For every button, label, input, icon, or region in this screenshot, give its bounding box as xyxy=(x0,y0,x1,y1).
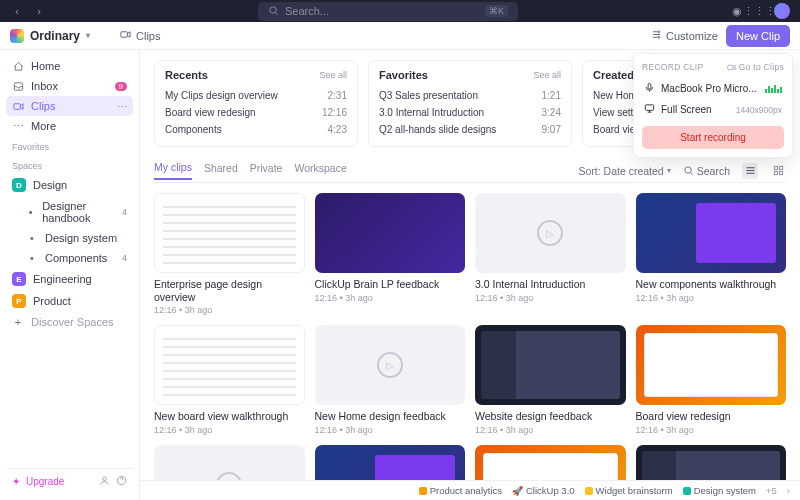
clip-card[interactable]: New board view walkthrough12:16 • 3h ago xyxy=(154,325,305,435)
clip-meta: 12:16 • 3h ago xyxy=(315,293,466,303)
list-item[interactable]: Q3 Sales presentation1:21 xyxy=(379,87,561,104)
panel-created: Created by me New Home dView settingBoar… xyxy=(582,60,786,147)
clip-card[interactable]: ▷New Home design feedback12:16 • 3h ago xyxy=(315,325,466,435)
grid-view-button[interactable] xyxy=(770,163,786,179)
clip-card[interactable]: New components walkthrough12:16 • 3h ago xyxy=(636,193,787,315)
upgrade-button[interactable]: Upgrade xyxy=(26,476,64,487)
back-icon[interactable]: ‹ xyxy=(10,4,24,18)
option-label: Full Screen xyxy=(661,104,712,115)
sidebar-item-label: Design system xyxy=(45,232,117,244)
item-duration: 3:24 xyxy=(542,107,561,118)
discover-spaces-button[interactable]: +Discover Spaces xyxy=(6,312,133,332)
sidebar-item-home[interactable]: Home xyxy=(6,56,133,76)
more-icon[interactable]: ⋯ xyxy=(117,101,127,112)
svg-rect-9 xyxy=(645,105,653,111)
clip-thumbnail xyxy=(636,325,787,405)
clip-title: Enterprise page design overview xyxy=(154,278,305,303)
list-view-button[interactable] xyxy=(742,163,758,179)
avatar[interactable] xyxy=(774,3,790,19)
item-duration: 12:16 xyxy=(322,107,347,118)
see-all-link[interactable]: See all xyxy=(319,70,347,80)
list-item[interactable]: My Clips design overview2:31 xyxy=(165,87,347,104)
status-item[interactable]: Widget brainstorm xyxy=(585,485,673,496)
clip-card[interactable]: ClickUp Brain LP feedback12:16 • 3h ago xyxy=(315,193,466,315)
clip-thumbnail xyxy=(154,193,305,273)
chevron-right-icon[interactable]: › xyxy=(787,485,790,496)
clip-card[interactable]: ▷3.0 Internal Intruduction12:16 • 3h ago xyxy=(475,193,626,315)
item-title: Board view redesign xyxy=(165,107,256,118)
status-icon xyxy=(683,487,691,495)
inbox-icon xyxy=(12,80,24,92)
clips-tabs: My clipsSharedPrivateWorkspace Sort: Dat… xyxy=(154,159,786,183)
tab-workspace[interactable]: Workspace xyxy=(294,162,346,179)
clip-card[interactable]: Enterprise page design overview12:16 • 3… xyxy=(154,193,305,315)
item-title: 3.0 Internal Intruduction xyxy=(379,107,484,118)
option-label: MacBook Pro Micro... xyxy=(661,83,757,94)
apps-icon[interactable]: ⋮⋮⋮ xyxy=(752,4,766,18)
clip-title: New board view walkthrough xyxy=(154,410,305,423)
sort-dropdown[interactable]: Sort: Date created▾ xyxy=(579,165,671,177)
sidebar-item-space[interactable]: DDesign xyxy=(6,174,133,196)
goto-clips-link[interactable]: Go to Clips xyxy=(727,62,784,72)
spaces-section-label: Spaces xyxy=(6,155,133,174)
see-all-link[interactable]: See all xyxy=(533,70,561,80)
status-item[interactable]: Design system xyxy=(683,485,756,496)
sidebar-item-space[interactable]: •Designer handbook4 xyxy=(6,196,133,228)
status-item[interactable]: Product analytics xyxy=(419,485,502,496)
clip-card[interactable]: Website design feedback12:16 • 3h ago xyxy=(475,325,626,435)
sidebar-item-space[interactable]: EEngineering xyxy=(6,268,133,290)
search-input[interactable]: Search... ⌘K xyxy=(258,2,518,21)
space-icon: P xyxy=(12,294,26,308)
item-duration: 4:23 xyxy=(328,124,347,135)
status-more[interactable]: +5 xyxy=(766,485,777,496)
home-icon xyxy=(12,60,24,72)
tab-my-clips[interactable]: My clips xyxy=(154,161,192,180)
status-icon xyxy=(585,487,593,495)
sidebar-item-space[interactable]: •Design system xyxy=(6,228,133,248)
workspace-switcher[interactable]: Ordinary ▾ xyxy=(10,29,90,43)
item-duration: 1:21 xyxy=(542,90,561,101)
sidebar-item-label: Home xyxy=(31,60,60,72)
sidebar-item-label: Design xyxy=(33,179,67,191)
new-clip-button[interactable]: New Clip xyxy=(726,25,790,47)
chevron-down-icon: ▾ xyxy=(667,166,671,175)
list-item[interactable]: Q2 all-hands slide designs9:07 xyxy=(379,121,561,138)
clip-title: Website design feedback xyxy=(475,410,626,423)
dots-icon: ⋯ xyxy=(12,120,24,132)
sidebar-item-space[interactable]: PProduct xyxy=(6,290,133,312)
start-recording-button[interactable]: Start recording xyxy=(642,126,784,149)
svg-point-10 xyxy=(685,167,691,173)
search-shortcut: ⌘K xyxy=(485,5,508,17)
clips-grid: Enterprise page design overview12:16 • 3… xyxy=(154,193,786,500)
search-icon xyxy=(268,5,279,18)
sidebar: Home Inbox9 Clips⋯ ⋯More Favorites Space… xyxy=(0,50,140,500)
global-topbar: ‹ › Search... ⌘K ◉ ⋮⋮⋮ xyxy=(0,0,800,22)
clip-title: 3.0 Internal Intruduction xyxy=(475,278,626,291)
sidebar-item-space[interactable]: •Components4 xyxy=(6,248,133,268)
clip-title: New components walkthrough xyxy=(636,278,787,291)
list-item[interactable]: Board view redesign12:16 xyxy=(165,104,347,121)
panel-title: Favorites xyxy=(379,69,428,81)
clip-meta: 12:16 • 3h ago xyxy=(315,425,466,435)
sidebar-item-clips[interactable]: Clips⋯ xyxy=(6,96,133,116)
screen-option[interactable]: Full Screen1440x900px xyxy=(642,99,784,120)
badge: 9 xyxy=(115,82,127,91)
search-clips-button[interactable]: Search xyxy=(683,165,730,177)
clip-thumbnail xyxy=(154,325,305,405)
tab-private[interactable]: Private xyxy=(250,162,283,179)
status-icon: 🚀 xyxy=(512,486,523,496)
list-item[interactable]: Components4:23 xyxy=(165,121,347,138)
sidebar-item-inbox[interactable]: Inbox9 xyxy=(6,76,133,96)
mic-option[interactable]: MacBook Pro Micro... xyxy=(642,78,784,99)
sidebar-item-more[interactable]: ⋯More xyxy=(6,116,133,136)
clip-card[interactable]: Board view redesign12:16 • 3h ago xyxy=(636,325,787,435)
tab-label: Clips xyxy=(136,30,160,42)
tab-shared[interactable]: Shared xyxy=(204,162,238,179)
tab-clips[interactable]: Clips xyxy=(120,29,160,42)
forward-icon[interactable]: › xyxy=(32,4,46,18)
customize-button[interactable]: Customize xyxy=(651,29,718,42)
status-item[interactable]: 🚀ClickUp 3.0 xyxy=(512,485,575,496)
list-item[interactable]: 3.0 Internal Intruduction3:24 xyxy=(379,104,561,121)
help-icon[interactable] xyxy=(116,475,127,488)
user-icon[interactable] xyxy=(99,475,110,488)
